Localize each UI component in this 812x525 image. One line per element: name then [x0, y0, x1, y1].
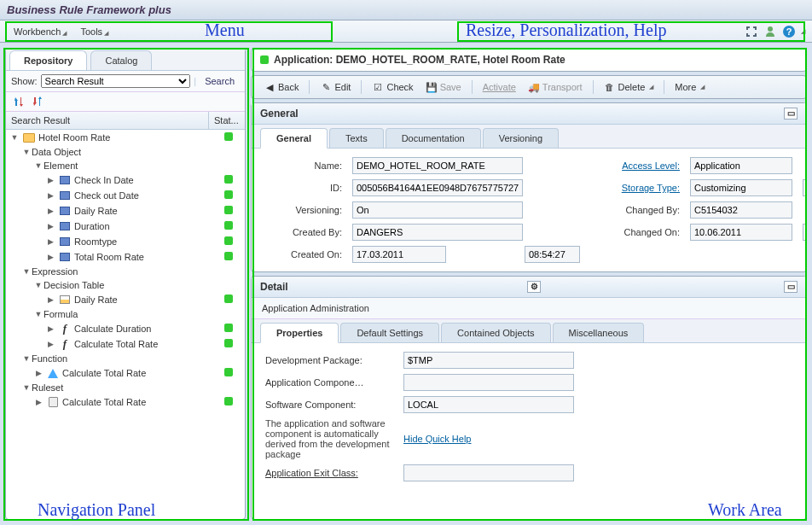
save-icon: 💾	[426, 81, 438, 93]
personalization-icon[interactable]	[763, 25, 777, 38]
main-area: Repository Catalog Show: Search Result |…	[0, 43, 812, 525]
element-icon	[58, 251, 72, 263]
tree-ruleset[interactable]: ▼ Ruleset	[6, 381, 245, 394]
tree-formula[interactable]: ▼ Formula	[6, 307, 245, 321]
created-on-field[interactable]	[352, 246, 446, 263]
storage-type-label[interactable]: Storage Type:	[603, 183, 680, 193]
toggle-icon[interactable]: ▼	[9, 133, 20, 142]
show-label: Show:	[11, 76, 38, 86]
access-level-field[interactable]	[690, 157, 792, 174]
show-select[interactable]: Search Result	[41, 74, 191, 88]
top-right-controls: ? ◢	[745, 25, 805, 38]
tab-properties[interactable]: Properties	[260, 323, 339, 343]
tree-duration[interactable]: ▶ Duration	[6, 219, 245, 234]
name-field[interactable]	[352, 157, 523, 174]
formula-icon: f	[58, 323, 72, 335]
tab-default-settings[interactable]: Default Settings	[340, 323, 439, 342]
tab-miscellaneous[interactable]: Miscellaneous	[553, 323, 645, 342]
collapse-icon[interactable]: ▭	[784, 281, 798, 293]
tree-check-in[interactable]: ▶ Check In Date	[6, 172, 245, 188]
resize-icon[interactable]	[745, 25, 758, 38]
versioning-label: Versioning:	[265, 205, 342, 215]
changed-on-field[interactable]	[690, 224, 792, 241]
dev-pkg-field[interactable]	[403, 352, 574, 369]
navigation-panel: Repository Catalog Show: Search Result |…	[5, 48, 246, 520]
tab-catalog[interactable]: Catalog	[90, 50, 152, 70]
sw-comp-field[interactable]	[403, 396, 574, 413]
tree-function[interactable]: ▼ Function	[6, 352, 245, 365]
storage-type-field2[interactable]	[803, 179, 807, 196]
delete-button[interactable]: 🗑Delete◢	[599, 79, 659, 95]
settings-icon[interactable]: ⚙	[527, 281, 541, 293]
tree-check-out[interactable]: ▶ Check out Date	[6, 188, 245, 203]
tree-roomtype[interactable]: ▶ Roomtype	[6, 234, 245, 249]
nav-tabs: Repository Catalog	[6, 49, 245, 71]
tree-calc-duration[interactable]: ▶ f Calculate Duration	[6, 321, 245, 336]
help-text: The application and software component i…	[265, 418, 393, 459]
tab-versioning[interactable]: Versioning	[483, 128, 559, 148]
properties-body: Development Package: Application Compone…	[252, 343, 806, 490]
access-level-label[interactable]: Access Level:	[603, 160, 680, 171]
tree-decision-table[interactable]: ▼ Decision Table	[6, 278, 245, 292]
grid-icon	[58, 294, 72, 306]
tab-texts[interactable]: Texts	[329, 128, 384, 148]
tab-general[interactable]: General	[260, 128, 328, 149]
sort-desc-icon[interactable]	[30, 95, 45, 108]
created-on-label: Created On:	[265, 249, 342, 260]
tree-daily-rate[interactable]: ▶ Daily Rate	[6, 203, 245, 219]
tab-repository[interactable]: Repository	[9, 50, 87, 70]
tree-rs-calc-total[interactable]: ▶ Calculate Total Rate	[6, 394, 245, 410]
storage-type-field[interactable]	[690, 179, 792, 196]
col-search-result[interactable]: Search Result	[6, 112, 209, 129]
col-status[interactable]: Stat...	[209, 112, 245, 129]
help-icon[interactable]: ?	[782, 25, 796, 38]
delete-icon: 🗑	[604, 81, 616, 93]
formula-icon: f	[58, 338, 72, 350]
tab-contained-objects[interactable]: Contained Objects	[441, 323, 551, 342]
detail-tabs: Properties Default Settings Contained Ob…	[252, 319, 806, 343]
sw-comp-label: Software Component:	[265, 400, 393, 410]
back-button[interactable]: ◀Back	[258, 79, 304, 95]
collapse-icon[interactable]: ▭	[784, 108, 798, 120]
name-label: Name:	[265, 160, 342, 171]
tree-element[interactable]: ▼ Element	[6, 159, 245, 172]
more-button[interactable]: More◢	[670, 80, 710, 94]
changed-on-time[interactable]	[803, 224, 807, 241]
element-icon	[58, 220, 72, 232]
tree-root[interactable]: ▼ Hotel Room Rate	[6, 130, 245, 145]
function-icon	[46, 367, 60, 379]
tree-fn-calc-total[interactable]: ▶ Calculate Total Rate	[6, 365, 245, 381]
created-by-field[interactable]	[352, 224, 523, 241]
tree-calc-total-rate[interactable]: ▶ f Calculate Total Rate	[6, 336, 245, 352]
check-button[interactable]: ☑Check	[367, 79, 418, 95]
changed-by-field[interactable]	[690, 201, 792, 219]
menu-tools[interactable]: Tools	[73, 24, 115, 39]
activate-button: Activate	[478, 80, 521, 94]
tree-total-room-rate[interactable]: ▶ Total Room Rate	[6, 249, 245, 265]
general-body: Name: Access Level: ID: Storage Type: Ve…	[252, 149, 806, 271]
edit-button[interactable]: ✎Edit	[315, 79, 356, 95]
tab-documentation[interactable]: Documentation	[386, 128, 481, 148]
transport-button: 🚚Transport	[523, 79, 588, 95]
hide-help-link[interactable]: Hide Quick Help	[403, 434, 574, 444]
title-bar: Business Rule Framework plus	[0, 0, 812, 20]
exit-class-field[interactable]	[403, 464, 574, 481]
app-comp-field[interactable]	[403, 374, 574, 391]
tree-dt-daily-rate[interactable]: ▶ Daily Rate	[6, 292, 245, 307]
exit-class-label[interactable]: Application Exit Class:	[265, 468, 393, 478]
versioning-field[interactable]	[352, 201, 523, 219]
nav-tree: ▼ Hotel Room Rate ▼ Data Object ▼ Elemen…	[6, 130, 245, 519]
folder-icon	[22, 131, 36, 143]
general-title: General ▭	[252, 103, 806, 125]
created-on-time[interactable]	[525, 246, 580, 263]
nav-show-row: Show: Search Result | Search	[6, 71, 245, 92]
search-link[interactable]: Search	[200, 76, 240, 86]
id-field[interactable]	[352, 179, 523, 196]
menu-workbench[interactable]: Workbench	[7, 24, 73, 39]
back-icon: ◀	[264, 81, 276, 93]
tree-data-object[interactable]: ▼ Data Object	[6, 145, 245, 159]
sort-asc-icon[interactable]	[11, 95, 26, 108]
tree-expression[interactable]: ▼ Expression	[6, 265, 245, 278]
transport-icon: 🚚	[528, 81, 540, 93]
work-header: Application: DEMO_HOTEL_ROOM_RATE, Hotel…	[251, 48, 807, 72]
